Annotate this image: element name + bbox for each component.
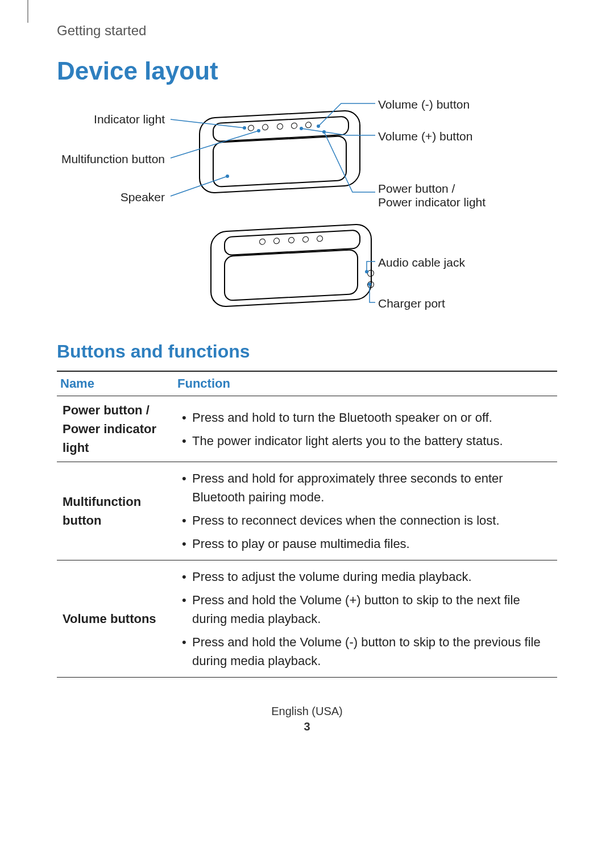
bullet: Press and hold the Volume (+) button to …: [180, 588, 551, 630]
row-function: Press to adjust the volume during media …: [174, 560, 557, 678]
table-row: Multifunction button Press and hold for …: [57, 462, 557, 560]
table-row: Volume buttons Press to adjust the volum…: [57, 560, 557, 678]
page-title: Device layout: [57, 57, 218, 85]
functions-table: Name Function Power button / Power indic…: [57, 371, 557, 678]
row-name: Power button / Power indicator light: [57, 396, 174, 462]
table-header-name: Name: [57, 371, 174, 396]
breadcrumb: Getting started: [57, 23, 146, 39]
page-footer: English (USA) 3: [0, 705, 614, 733]
label-speaker: Speaker: [57, 190, 165, 204]
label-volume-minus: Volume (-) button: [378, 98, 470, 111]
bullet: Press and hold for approximately three s…: [180, 467, 551, 509]
row-name: Volume buttons: [57, 560, 174, 678]
section-title: Buttons and functions: [57, 341, 250, 362]
label-power-button: Power button / Power indicator light: [378, 182, 492, 209]
footer-page-number: 3: [0, 720, 614, 733]
speaker-front-illustration: [199, 110, 360, 194]
bullet: Press and hold to turn the Bluetooth spe…: [180, 406, 551, 429]
table-header-function: Function: [174, 371, 557, 396]
margin-rule: [27, 0, 28, 23]
table-row: Power button / Power indicator light Pre…: [57, 396, 557, 462]
label-audio-jack: Audio cable jack: [378, 256, 465, 269]
label-charger-port: Charger port: [378, 297, 445, 310]
row-function: Press and hold for approximately three s…: [174, 462, 557, 560]
row-function: Press and hold to turn the Bluetooth spe…: [174, 396, 557, 462]
speaker-side-illustration: [210, 223, 372, 308]
bullet: The power indicator light alerts you to …: [180, 429, 551, 452]
label-multifunction-button: Multifunction button: [57, 152, 165, 166]
footer-language: English (USA): [271, 705, 343, 717]
label-indicator-light: Indicator light: [57, 113, 165, 126]
label-volume-plus: Volume (+) button: [378, 130, 472, 143]
row-name: Multifunction button: [57, 462, 174, 560]
bullet: Press to adjust the volume during media …: [180, 565, 551, 588]
bullet: Press and hold the Volume (-) button to …: [180, 630, 551, 672]
bullet: Press to play or pause multimedia files.: [180, 532, 551, 555]
device-diagram: Indicator light Multifunction button Spe…: [57, 91, 557, 330]
bullet: Press to reconnect devices when the conn…: [180, 509, 551, 532]
